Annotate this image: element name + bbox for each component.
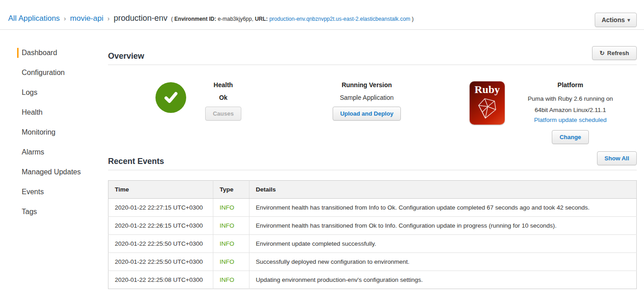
platform-card: Ruby Platform Puma with Ruby 2.6 running… [445, 79, 637, 144]
top-bar: All Applications › movie-api › productio… [0, 0, 644, 30]
breadcrumb-separator: › [64, 15, 66, 22]
breadcrumb-all-applications[interactable]: All Applications [8, 14, 60, 23]
sidebar-nav: Dashboard Configuration Logs Health Moni… [0, 30, 107, 227]
event-time: 2020-01-22 22:25:50 UTC+0300 [108, 235, 213, 253]
event-details: Updating environment production-env's co… [249, 271, 637, 289]
event-details: Successfully deployed new configuration … [249, 253, 637, 271]
event-type: INFO [213, 271, 249, 289]
health-ok-icon [155, 82, 186, 113]
running-version-card: Running Version Sample Application Uploa… [289, 79, 445, 144]
health-label: Health [214, 81, 233, 89]
environment-meta: ( Environment ID: e-mab3kjy6pp, URL: pro… [171, 16, 414, 22]
table-row: 2020-01-22 22:27:15 UTC+0300 INFO Enviro… [108, 199, 637, 217]
overview-header: Overview ↻ Refresh [108, 46, 637, 65]
events-table-wrapper: Time Type Details 2020-01-22 22:27:15 UT… [108, 180, 637, 289]
event-type: INFO [213, 253, 249, 271]
chevron-down-icon: ▾ [627, 17, 630, 23]
sidebar-item-logs[interactable]: Logs [17, 88, 107, 98]
events-table: Time Type Details 2020-01-22 22:27:15 UT… [108, 180, 637, 289]
sidebar-item-managed-updates[interactable]: Managed Updates [17, 167, 107, 177]
breadcrumb-environment: production-env [113, 14, 167, 23]
meta-close-paren: ) [412, 16, 414, 22]
sidebar-item-events[interactable]: Events [17, 187, 107, 197]
sidebar-item-tags[interactable]: Tags [17, 207, 107, 217]
environment-id-value: e-mab3kjy6pp, [218, 16, 254, 22]
change-platform-button[interactable]: Change [552, 130, 589, 144]
event-type: INFO [213, 217, 249, 235]
overview-cards: Health Ok Causes Running Version Sample … [108, 65, 637, 147]
platform-update-link[interactable]: Platform update scheduled [534, 117, 607, 123]
sidebar-item-label: Health [22, 108, 42, 116]
recent-events-title: Recent Events [108, 157, 164, 166]
event-time: 2020-01-22 22:27:15 UTC+0300 [108, 199, 213, 217]
event-time: 2020-01-22 22:25:08 UTC+0300 [108, 271, 213, 289]
event-type: INFO [213, 199, 249, 217]
table-row: 2020-01-22 22:26:15 UTC+0300 INFO Enviro… [108, 217, 637, 235]
environment-url-link[interactable]: production-env.qnbznvpp2t.us-east-2.elas… [269, 16, 410, 22]
column-header-details: Details [249, 181, 637, 199]
running-version-label: Running Version [342, 81, 392, 89]
health-status: Ok [219, 94, 228, 101]
sidebar-item-label: Configuration [22, 69, 65, 76]
table-row: 2020-01-22 22:25:50 UTC+0300 INFO Succes… [108, 253, 637, 271]
sidebar-item-label: Logs [22, 89, 38, 96]
refresh-button-label: Refresh [607, 50, 629, 56]
event-time: 2020-01-22 22:26:15 UTC+0300 [108, 217, 213, 235]
event-details: Environment update completed successfull… [249, 235, 637, 253]
main-content: Overview ↻ Refresh Health Ok Causes [107, 30, 644, 289]
event-type: INFO [213, 235, 249, 253]
event-details: Environment health has transitioned from… [249, 217, 637, 235]
recent-events-header: Recent Events Show All [108, 151, 637, 170]
breadcrumb-separator: › [108, 15, 110, 22]
column-header-type: Type [213, 181, 249, 199]
events-table-body: 2020-01-22 22:27:15 UTC+0300 INFO Enviro… [108, 199, 637, 289]
show-all-button[interactable]: Show All [597, 151, 637, 165]
sidebar-item-alarms[interactable]: Alarms [17, 147, 107, 157]
sidebar-item-label: Managed Updates [22, 168, 81, 176]
refresh-icon: ↻ [600, 50, 605, 56]
table-row: 2020-01-22 22:25:50 UTC+0300 INFO Enviro… [108, 235, 637, 253]
event-details: Environment health has transitioned from… [249, 199, 637, 217]
sidebar-item-dashboard[interactable]: Dashboard [17, 48, 107, 58]
running-version-value: Sample Application [340, 94, 394, 101]
meta-open-paren: ( [171, 16, 173, 22]
causes-button[interactable]: Causes [205, 107, 241, 121]
ruby-gem-icon [475, 96, 499, 121]
actions-button-label: Actions [602, 16, 625, 23]
overview-title: Overview [108, 51, 144, 61]
recent-events-section: Recent Events Show All Time Type Details… [108, 151, 637, 289]
url-label: URL: [255, 16, 268, 22]
refresh-button[interactable]: ↻ Refresh [592, 46, 637, 60]
health-card: Health Ok Causes [108, 79, 289, 144]
platform-line-1: Puma with Ruby 2.6 running on [528, 94, 613, 103]
ruby-logo: Ruby [470, 81, 505, 125]
sidebar-item-label: Events [22, 188, 44, 196]
table-row: 2020-01-22 22:25:08 UTC+0300 INFO Updati… [108, 271, 637, 289]
sidebar-item-monitoring[interactable]: Monitoring [17, 127, 107, 137]
sidebar-item-configuration[interactable]: Configuration [17, 68, 107, 78]
breadcrumb-application[interactable]: movie-api [70, 14, 103, 23]
platform-line-2: 64bit Amazon Linux/2.11.1 [535, 106, 606, 115]
ruby-logo-text: Ruby [475, 84, 500, 95]
sidebar-item-label: Monitoring [22, 128, 56, 136]
sidebar-item-label: Dashboard [22, 49, 57, 56]
sidebar-item-label: Tags [22, 208, 37, 215]
platform-label: Platform [558, 81, 583, 89]
actions-button[interactable]: Actions ▾ [595, 13, 637, 27]
event-time: 2020-01-22 22:25:50 UTC+0300 [108, 253, 213, 271]
upload-and-deploy-button[interactable]: Upload and Deploy [333, 107, 401, 121]
environment-id-label: Environment ID: [174, 16, 216, 22]
column-header-time: Time [108, 181, 213, 199]
sidebar-item-label: Alarms [22, 148, 44, 156]
breadcrumb: All Applications › movie-api › productio… [8, 14, 637, 23]
sidebar-item-health[interactable]: Health [17, 107, 107, 117]
